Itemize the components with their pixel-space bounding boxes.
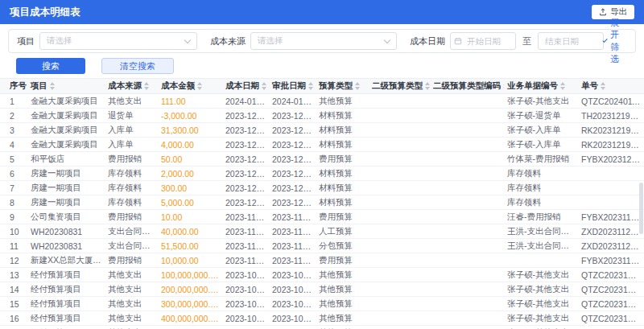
column-header-source[interactable]: 成本来源 <box>105 79 158 94</box>
cell-budget_type2 <box>369 210 430 224</box>
cell-cost_date: 2023-12-19 <box>222 138 269 152</box>
table-row: 16经付预算项目其他支出400,000,000.002023-10-272023… <box>0 311 644 326</box>
cell-approve_date: 2023-12-16 <box>269 152 316 167</box>
column-header-biz_doc_no[interactable]: 业务单据编号 <box>504 79 578 94</box>
cell-approve_date: 2023-12-11 <box>269 181 316 195</box>
cell-index: 8 <box>0 195 27 210</box>
cell-budget_type2_code <box>430 152 504 167</box>
cell-budget_type: 其他预算 <box>316 297 369 311</box>
cell-budget_type: 材料预算 <box>316 181 369 195</box>
cell-doc_no: QTZC20231027002 <box>578 297 644 311</box>
sort-carets-icon[interactable] <box>503 82 504 90</box>
cell-budget_type2 <box>369 297 430 311</box>
cell-index: 13 <box>0 268 27 282</box>
sort-carets-icon[interactable] <box>355 82 360 90</box>
column-label: 预算类型 <box>319 80 353 90</box>
project-select[interactable]: 请选择 <box>39 32 197 50</box>
cell-cost_date: 2023-12-19 <box>222 109 269 123</box>
cell-amount: 50.00 <box>158 152 222 167</box>
cell-budget_type: 材料预算 <box>316 138 369 152</box>
cell-amount: 300,000,000.00 <box>158 297 222 311</box>
cell-biz_doc_no: 张子硕-其他支出 <box>504 326 578 329</box>
column-header-doc_no[interactable]: 单号 <box>578 79 644 94</box>
cell-budget_type: 其他预算 <box>316 326 369 329</box>
cell-budget_type: 费用预算 <box>316 210 369 224</box>
cell-approve_date: 2023-12-11 <box>269 195 316 210</box>
cost-source-select[interactable]: 请选择 <box>250 32 397 50</box>
date-separator: 至 <box>522 35 531 47</box>
vertical-scrollbar[interactable] <box>639 183 643 234</box>
table-row: 11WH20230831支出合同执行51,500.002023-11-22202… <box>0 239 644 253</box>
cell-index: 4 <box>0 138 27 152</box>
sort-carets-icon[interactable] <box>197 82 202 90</box>
cell-budget_type2 <box>369 253 430 268</box>
cell-approve_date: 2023-10-27 <box>269 282 316 297</box>
column-header-approve_date[interactable]: 审批日期 <box>269 79 316 94</box>
cell-approve_date: 2023-10-27 <box>269 326 316 329</box>
clear-search-button[interactable]: 清空搜索 <box>101 58 174 74</box>
cell-project: 金融大厦采购项目 <box>27 109 105 123</box>
cost-table: 序号项目成本来源成本金额成本日期审批日期预算类型二级预算类型二级预算类型编码业务… <box>0 78 644 329</box>
cell-budget_type2 <box>369 181 430 195</box>
cell-amount: 40,000.00 <box>158 224 222 239</box>
cell-approve_date: 2023-12-11 <box>269 167 316 181</box>
cell-cost_date: 2023-12-19 <box>222 123 269 138</box>
export-icon <box>599 8 607 16</box>
cell-budget_type: 其他预算 <box>316 282 369 297</box>
calendar-icon <box>454 37 462 45</box>
sort-carets-icon[interactable] <box>144 82 149 90</box>
cell-amount: 100,000,000.00 <box>158 268 222 282</box>
cell-index: 6 <box>0 167 27 181</box>
cell-index: 14 <box>0 282 27 297</box>
table-row: 15经付预算项目其他支出300,000,000.002023-10-272023… <box>0 297 644 311</box>
column-header-budget_type[interactable]: 预算类型 <box>316 79 369 94</box>
cost-source-filter-label: 成本来源 <box>210 35 246 47</box>
column-header-amount[interactable]: 成本金额 <box>158 79 222 94</box>
expand-filters-label: 展开筛选 <box>610 17 627 65</box>
end-date-input[interactable] <box>538 32 604 50</box>
sort-carets-icon[interactable] <box>425 82 430 90</box>
cell-source: 其他支出 <box>105 326 158 329</box>
cell-budget_type2_code <box>430 94 504 109</box>
cell-amount: -3,000.00 <box>158 109 222 123</box>
cell-budget_type2_code <box>430 138 504 152</box>
cell-budget_type: 材料预算 <box>316 195 369 210</box>
sort-carets-icon[interactable] <box>560 82 565 90</box>
cell-project: 房建一期项目 <box>27 181 105 195</box>
table-row: 6房建一期项目库存领料2,000.002023-12-112023-12-11材… <box>0 167 644 181</box>
column-header-budget_type2_code[interactable]: 二级预算类型编码 <box>430 79 504 94</box>
cell-doc_no: FYBX20231216001 <box>578 152 644 167</box>
expand-filters-link[interactable]: 展开筛选 <box>604 17 627 65</box>
cell-cost_date: 2023-12-11 <box>222 195 269 210</box>
cell-doc_no: FYBX20231128001 <box>578 210 644 224</box>
cell-source: 支出合同执行 <box>105 239 158 253</box>
cell-budget_type2_code <box>430 253 504 268</box>
column-header-project[interactable]: 项目 <box>27 79 105 94</box>
cell-project: 房建一期项目 <box>27 167 105 181</box>
column-header-budget_type2[interactable]: 二级预算类型 <box>369 79 430 94</box>
sort-carets-icon[interactable] <box>262 82 266 90</box>
cell-approve_date: 2023-11-28 <box>269 210 316 224</box>
column-label: 二级预算类型编码 <box>433 80 501 90</box>
column-header-cost_date[interactable]: 成本日期 <box>222 79 269 94</box>
sort-carets-icon[interactable] <box>50 82 55 90</box>
cell-source: 库存领料 <box>105 181 158 195</box>
sort-carets-icon[interactable] <box>308 82 313 90</box>
sort-carets-icon[interactable] <box>601 82 605 90</box>
column-label: 成本金额 <box>161 80 195 90</box>
table-row: 12新建XX总部大厦工程二期费用报销10,000.002023-11-07202… <box>0 253 644 268</box>
search-button[interactable]: 搜索 <box>16 58 85 74</box>
start-date-wrap <box>450 32 516 50</box>
cell-cost_date: 2023-12-11 <box>222 167 269 181</box>
cell-budget_type2 <box>369 109 430 123</box>
cell-biz_doc_no: 王洪-支出合同执行 <box>504 224 578 239</box>
actions-row: 搜索 清空搜索 <box>8 53 636 78</box>
table-row: 1金融大厦采购项目其他支出111.002024-01-112024-01-11其… <box>0 94 644 109</box>
project-filter: 项目 请选择 <box>17 32 197 50</box>
cost-table-section: 序号项目成本来源成本金额成本日期审批日期预算类型二级预算类型二级预算类型编码业务… <box>0 78 644 329</box>
cost-source-select-placeholder: 请选择 <box>258 35 283 47</box>
cell-approve_date: 2023-12-19 <box>269 138 316 152</box>
cell-biz_doc_no: 库存领料 <box>504 195 578 210</box>
cell-budget_type2_code <box>430 181 504 195</box>
cell-project: WH20230831 <box>27 224 105 239</box>
